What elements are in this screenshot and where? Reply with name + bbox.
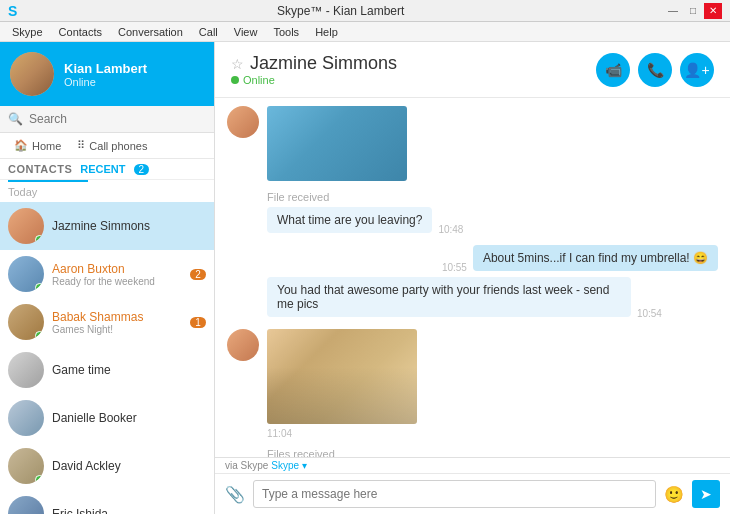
titlebar: S Skype™ - Kian Lambert — □ ✕	[0, 0, 730, 22]
video-call-button[interactable]: 📹	[596, 53, 630, 87]
menubar-item-call[interactable]: Call	[191, 22, 226, 41]
menubar-item-conversation[interactable]: Conversation	[110, 22, 191, 41]
received-image-group	[267, 329, 417, 424]
msg-content: 11:04	[267, 329, 417, 440]
contact-name: Aaron Buxton	[52, 262, 182, 276]
emoji-button[interactable]: 🙂	[664, 485, 684, 504]
avatar	[10, 52, 54, 96]
callphones-nav[interactable]: ⠿ Call phones	[71, 137, 153, 154]
add-contact-button[interactable]: 👤+	[680, 53, 714, 87]
unread-badge: 2	[190, 269, 206, 280]
minimize-button[interactable]: —	[664, 3, 682, 19]
contact-info: Babak Shammas Games Night!	[52, 310, 182, 335]
star-icon[interactable]: ☆	[231, 56, 244, 72]
unread-badge: 1	[190, 317, 206, 328]
nav-tabs: 🏠 Home ⠿ Call phones	[0, 133, 214, 159]
status-indicator	[35, 283, 44, 292]
message-group: 10:55 About 5mins...if I can find my umb…	[227, 245, 718, 273]
phone-icon: 📞	[647, 62, 664, 78]
audio-call-button[interactable]: 📞	[638, 53, 672, 87]
chat-contact-name: ☆ Jazmine Simmons	[231, 53, 584, 74]
list-item[interactable]: Game time	[0, 346, 214, 394]
received-image	[267, 106, 407, 181]
chat-name-area: ☆ Jazmine Simmons Online	[231, 53, 584, 86]
home-nav[interactable]: 🏠 Home	[8, 137, 67, 154]
contact-status-text: Games Night!	[52, 324, 182, 335]
callphones-label: Call phones	[89, 140, 147, 152]
list-item[interactable]: Jazmine Simmons	[0, 202, 214, 250]
recent-badge: 2	[134, 164, 150, 175]
contact-avatar	[8, 400, 44, 436]
chat-status-text: Online	[243, 74, 275, 86]
msg-row: What time are you leaving? 10:48	[267, 207, 463, 235]
contact-name: Jazmine Simmons	[52, 219, 206, 233]
main-layout: Kian Lambert Online 🔍 🏠 Home ⠿ Call phon…	[0, 42, 730, 514]
close-button[interactable]: ✕	[704, 3, 722, 19]
message-group: 11:04	[227, 329, 718, 440]
menubar-item-tools[interactable]: Tools	[265, 22, 307, 41]
contact-avatar	[8, 496, 44, 514]
contact-info: Jazmine Simmons	[52, 219, 206, 233]
message-bubble: About 5mins...if I can find my umbrella!…	[473, 245, 718, 271]
send-button[interactable]: ➤	[692, 480, 720, 508]
status-indicator	[35, 331, 44, 340]
skype-dropdown[interactable]: Skype ▾	[271, 460, 307, 471]
search-input[interactable]	[29, 112, 206, 126]
message-input[interactable]	[253, 480, 656, 508]
search-bar: 🔍	[0, 106, 214, 133]
contact-status-text: Ready for the weekend	[52, 276, 182, 287]
via-skype-bar: via Skype Skype ▾	[215, 458, 730, 473]
msg-sender-avatar	[227, 329, 259, 361]
add-person-icon: 👤+	[684, 62, 709, 78]
search-icon: 🔍	[8, 112, 23, 126]
send-icon: ➤	[700, 486, 712, 502]
contact-name: Game time	[52, 363, 206, 377]
message-group: You had that awesome party with your fri…	[227, 277, 718, 321]
attach-button[interactable]: 📎	[225, 485, 245, 504]
avatar-image	[10, 52, 54, 96]
chat-status: Online	[231, 74, 584, 86]
list-item[interactable]: Babak Shammas Games Night! 1	[0, 298, 214, 346]
chat-area: ☆ Jazmine Simmons Online 📹 📞 👤+	[215, 42, 730, 514]
today-label: Today	[0, 182, 214, 202]
contacts-label: CONTACTS	[8, 163, 72, 175]
profile-header: Kian Lambert Online	[0, 42, 214, 106]
list-item[interactable]: David Ackley	[0, 442, 214, 490]
contact-name: Danielle Booker	[52, 411, 206, 425]
chat-header: ☆ Jazmine Simmons Online 📹 📞 👤+	[215, 42, 730, 98]
profile-name: Kian Lambert	[64, 61, 147, 76]
restore-button[interactable]: □	[684, 3, 702, 19]
titlebar-controls: — □ ✕	[664, 3, 722, 19]
profile-status: Online	[64, 76, 147, 88]
menubar: SkypeContactsConversationCallViewToolsHe…	[0, 22, 730, 42]
msg-sender-avatar	[227, 106, 259, 138]
input-section: via Skype Skype ▾ 📎 🙂 ➤	[215, 457, 730, 514]
menubar-item-help[interactable]: Help	[307, 22, 346, 41]
file-received-label: File received	[227, 191, 718, 203]
home-label: Home	[32, 140, 61, 152]
list-item[interactable]: Eric Ishida	[0, 490, 214, 514]
contact-avatar	[8, 352, 44, 388]
skype-logo: S	[8, 3, 17, 19]
contact-info: Eric Ishida	[52, 507, 206, 514]
contact-list: Jazmine Simmons Aaron Buxton Ready for t…	[0, 202, 214, 514]
list-item[interactable]: Aaron Buxton Ready for the weekend 2	[0, 250, 214, 298]
contact-info: Game time	[52, 363, 206, 377]
files-received-label: Files received	[227, 448, 718, 457]
contacts-header: CONTACTS RECENT 2	[0, 159, 214, 180]
chat-actions: 📹 📞 👤+	[596, 53, 714, 87]
video-icon: 📹	[605, 62, 622, 78]
menubar-item-skype[interactable]: Skype	[4, 22, 51, 41]
menubar-item-view[interactable]: View	[226, 22, 266, 41]
contact-info: David Ackley	[52, 459, 206, 473]
msg-time: 10:54	[637, 308, 662, 319]
contact-info: Danielle Booker	[52, 411, 206, 425]
contact-info: Aaron Buxton Ready for the weekend	[52, 262, 182, 287]
menubar-item-contacts[interactable]: Contacts	[51, 22, 110, 41]
message-group: What time are you leaving? 10:48	[227, 207, 718, 237]
list-item[interactable]: Danielle Booker	[0, 394, 214, 442]
recent-tab[interactable]: RECENT	[80, 163, 125, 175]
home-icon: 🏠	[14, 139, 28, 152]
contact-name: Eric Ishida	[52, 507, 206, 514]
msg-time: 11:04	[267, 428, 292, 439]
